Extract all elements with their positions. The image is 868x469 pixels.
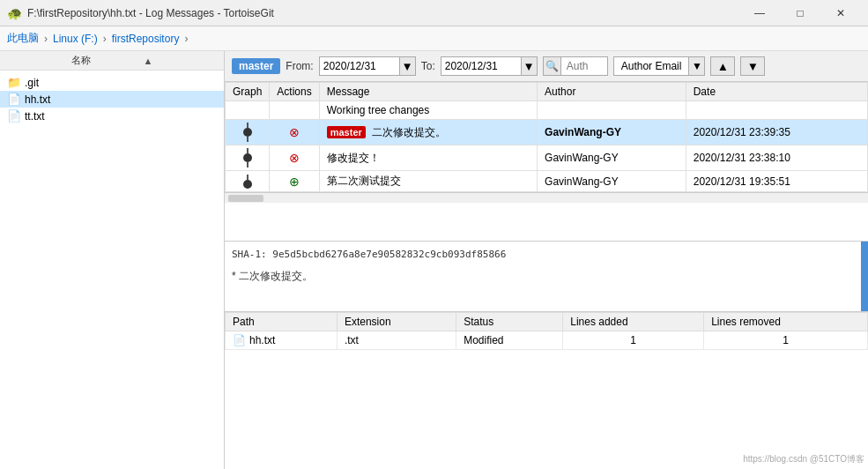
table-row[interactable]: 📄hh.txt .txt Modified 1 1	[226, 331, 868, 350]
nav-up-button[interactable]: ▲	[710, 56, 735, 76]
nav-down-button[interactable]: ▼	[740, 56, 765, 76]
search-input[interactable]	[563, 57, 607, 75]
file-doc-icon: 📄	[233, 334, 246, 346]
graph-cell	[226, 171, 270, 192]
title-bar-left: 🐢 F:\firstRepository\hh.txt - Log Messag…	[7, 6, 274, 20]
author-cell: GavinWang-GY	[538, 120, 686, 145]
sidebar-item-hhtxt[interactable]: 📄 hh.txt	[0, 91, 224, 108]
explorer-sep-2: ›	[103, 33, 107, 45]
sidebar-item-name: hh.txt	[25, 93, 50, 106]
title-bar: 🐢 F:\firstRepository\hh.txt - Log Messag…	[0, 0, 868, 26]
file-modified-icon: 📄	[7, 109, 21, 123]
action-cell: ⊕	[270, 171, 319, 192]
lines-added-cell: 1	[563, 331, 704, 350]
message-cell: Working tree changes	[319, 101, 537, 120]
message-cell: 第二次测试提交	[319, 171, 537, 192]
log-table: Graph Actions Message Author Date Workin…	[225, 82, 868, 192]
message-cell: master 二次修改提交。	[319, 120, 537, 145]
explorer-item-linux[interactable]: Linux (F:)	[53, 33, 98, 45]
col-graph: Graph	[226, 83, 270, 101]
files-section: Path Extension Status Lines added Lines …	[225, 311, 868, 350]
table-row[interactable]: Working tree changes	[226, 101, 868, 120]
sidebar-item-name: .git	[25, 77, 39, 89]
author-email-select[interactable]: Author Email ▼	[613, 56, 706, 76]
commit-message: 二次修改提交。	[372, 126, 446, 138]
side-scroll-button[interactable]	[861, 242, 868, 311]
col-author: Author	[538, 83, 686, 101]
col-status: Status	[456, 313, 563, 331]
table-row[interactable]: ⊗ 修改提交！ GavinWang-GY 2020/12/31 23:38:10	[226, 145, 868, 171]
lines-removed-cell: 1	[704, 331, 868, 350]
graph-cell	[226, 120, 270, 145]
sidebar-item-tttxt[interactable]: 📄 tt.txt	[0, 108, 224, 124]
files-table-header: Path Extension Status Lines added Lines …	[226, 313, 868, 331]
action-cell: ⊗	[270, 120, 319, 145]
table-row[interactable]: ⊗ master 二次修改提交。 GavinWang-GY 2020/12/31…	[226, 120, 868, 145]
main-layout: 名称 ▲ 📁 .git 📄 hh.txt 📄 tt.txt master Fro…	[0, 51, 868, 469]
file-ext-cell: .txt	[337, 331, 456, 350]
col-date: Date	[686, 83, 867, 101]
maximize-button[interactable]: □	[780, 0, 820, 26]
author-email-dropdown[interactable]: ▼	[688, 57, 704, 75]
author-email-label: Author Email	[614, 60, 689, 72]
right-panel: master From: ▼ To: ▼ 🔍 Author Email ▼	[225, 51, 868, 469]
date-cell: 2020/12/31 23:39:35	[686, 120, 867, 145]
date-cell	[686, 101, 867, 120]
explorer-bar: 此电脑 › Linux (F:) › firstRepository ›	[0, 26, 868, 51]
detail-message: * 二次修改提交。	[232, 269, 861, 284]
log-table-wrap: Graph Actions Message Author Date Workin…	[225, 82, 868, 241]
explorer-sep-3: ›	[184, 33, 188, 45]
col-extension: Extension	[337, 313, 456, 331]
author-cell: GavinWang-GY	[538, 145, 686, 171]
graph-cell	[226, 145, 270, 171]
to-date-input[interactable]: ▼	[441, 56, 538, 76]
close-button[interactable]: ✕	[820, 0, 861, 26]
explorer-item-repo[interactable]: firstRepository	[112, 33, 180, 45]
col-lines-removed: Lines removed	[704, 313, 868, 331]
sidebar-collapse-arrow[interactable]: ▲	[144, 56, 153, 66]
sidebar-header: 名称 ▲	[0, 51, 224, 71]
log-table-header: Graph Actions Message Author Date	[226, 83, 868, 101]
to-label: To:	[421, 60, 435, 72]
search-box[interactable]: 🔍	[543, 56, 608, 76]
to-date-field[interactable]	[441, 57, 521, 75]
col-actions: Actions	[270, 83, 319, 101]
from-date-dropdown[interactable]: ▼	[399, 57, 415, 75]
from-label: From:	[286, 60, 313, 72]
from-date-field[interactable]	[320, 57, 399, 75]
branch-badge: master	[232, 58, 280, 74]
date-cell: 2020/12/31 19:35:51	[686, 171, 867, 192]
error-icon: ⊗	[289, 125, 300, 139]
window-title: F:\firstRepository\hh.txt - Log Messages…	[27, 7, 274, 19]
sidebar-item-git[interactable]: 📁 .git	[0, 74, 224, 91]
to-date-dropdown[interactable]: ▼	[521, 57, 537, 75]
h-scroll-thumb[interactable]	[228, 195, 263, 202]
message-cell: 修改提交！	[319, 145, 537, 171]
graph-cell	[226, 101, 270, 120]
sidebar-item-name: tt.txt	[25, 110, 45, 123]
h-scrollbar[interactable]	[225, 192, 868, 203]
minimize-button[interactable]: —	[739, 0, 780, 26]
toolbar: master From: ▼ To: ▼ 🔍 Author Email ▼	[225, 51, 868, 82]
file-path-cell: 📄hh.txt	[226, 331, 338, 350]
from-date-input[interactable]: ▼	[319, 56, 416, 76]
author-cell: GavinWang-GY	[538, 171, 686, 192]
explorer-item-computer[interactable]: 此电脑	[7, 31, 39, 46]
table-row[interactable]: ⊕ 第二次测试提交 GavinWang-GY 2020/12/31 19:35:…	[226, 171, 868, 192]
app-icon: 🐢	[7, 6, 22, 20]
action-cell: ⊗	[270, 145, 319, 171]
plus-icon: ⊕	[289, 175, 300, 189]
detail-area: SHA-1: 9e5d5bcbd6276a8e7e90582832c9cb093…	[225, 241, 868, 311]
files-table: Path Extension Status Lines added Lines …	[225, 312, 868, 350]
title-bar-controls: — □ ✕	[739, 0, 861, 26]
error-icon: ⊗	[289, 151, 300, 165]
action-cell	[270, 101, 319, 120]
author-cell	[538, 101, 686, 120]
search-icon: 🔍	[545, 60, 559, 72]
file-modified-icon: 📄	[7, 93, 21, 106]
file-status-cell: Modified	[456, 331, 563, 350]
sidebar-content: 📁 .git 📄 hh.txt 📄 tt.txt	[0, 71, 224, 469]
col-path: Path	[226, 313, 338, 331]
sidebar-header-label: 名称	[71, 54, 91, 67]
search-button[interactable]: 🔍	[544, 57, 561, 75]
